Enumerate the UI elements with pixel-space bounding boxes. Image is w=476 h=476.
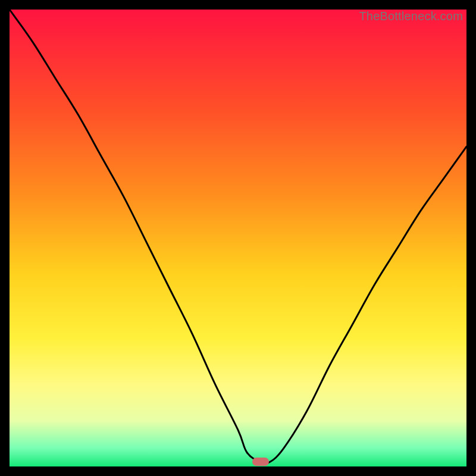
curve-path [10, 10, 466, 464]
optimal-marker [252, 458, 269, 466]
plot-area: TheBottleneck.com [10, 10, 466, 466]
chart-frame: TheBottleneck.com [0, 0, 476, 476]
bottleneck-curve [10, 10, 466, 466]
